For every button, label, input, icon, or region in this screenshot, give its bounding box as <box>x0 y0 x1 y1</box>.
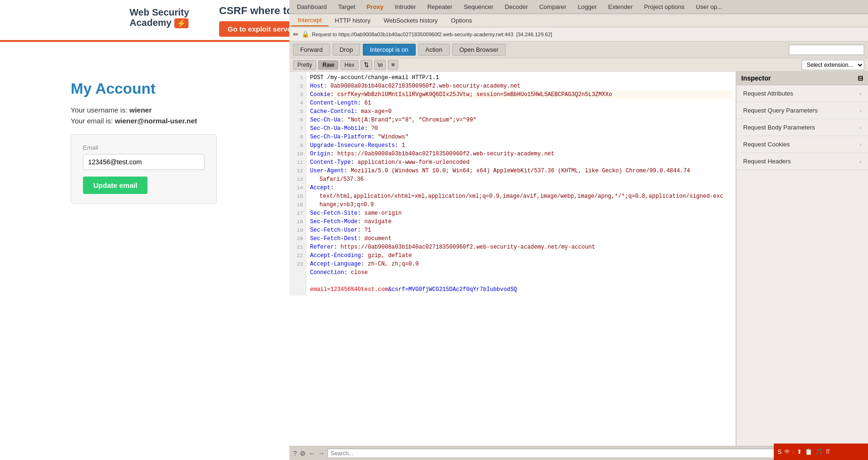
code-area: POST /my-account/change-email HTTP/1.1 H… <box>306 72 736 296</box>
email-input[interactable] <box>83 154 205 170</box>
format-row: Pretty Raw Hex ⇅ \n ≡ Select extension..… <box>289 58 868 72</box>
code-line-7: Sec-Ch-Ua-Mobile: ?0 <box>310 124 732 133</box>
email-form: Email Update email <box>71 134 217 204</box>
taskbar: S 中 · ⬆ 📋 🎵 ⠿ <box>774 444 868 460</box>
tab-comparer[interactable]: Comparer <box>533 1 572 12</box>
code-line-14: Sec-Fetch-Site: same-origin <box>310 209 732 218</box>
code-line-6: Sec-Ch-Ua: "Not(A:Brand";v="8", "Chromiu… <box>310 116 732 124</box>
hex-button[interactable]: Hex <box>340 60 359 70</box>
back-icon[interactable]: ← <box>309 450 315 457</box>
taskbar-icon-3: · <box>793 448 794 455</box>
code-line-23: email=123456%40test.com&csrf=MVG0fjWCG21… <box>310 285 732 294</box>
action-row: Forward Drop Intercept is on Action Open… <box>289 41 868 58</box>
select-extension-dropdown[interactable]: Select extension... <box>802 60 864 70</box>
inspector-title: Inspector <box>741 74 771 82</box>
inspector-panel: Inspector ⊟ Request Attributes › Request… <box>736 72 868 446</box>
wrap-icon[interactable]: ≡ <box>388 60 398 70</box>
tab-logger[interactable]: Logger <box>572 1 602 12</box>
tab-target[interactable]: Target <box>333 1 361 12</box>
tab-project-options[interactable]: Project options <box>639 1 690 12</box>
sub-nav: Intercept HTTP history WebSockets histor… <box>289 14 868 27</box>
tab-sequencer[interactable]: Sequencer <box>458 1 499 12</box>
inspector-collapse-icon[interactable]: ⊟ <box>858 74 863 82</box>
forward-nav-icon[interactable]: → <box>318 450 325 457</box>
left-page <box>0 0 290 460</box>
pretty-button[interactable]: Pretty <box>293 60 316 70</box>
subtab-http-history[interactable]: HTTP history <box>328 15 377 26</box>
burp-panel: Dashboard Target Proxy Intruder Repeater… <box>289 0 868 460</box>
taskbar-icon-5: 📋 <box>805 448 812 455</box>
search-input[interactable] <box>328 449 835 458</box>
swap-icon[interactable]: ⇅ <box>360 60 372 70</box>
url-bar: ✏ 🔒 Request to https://0ab9008a03b1b40ac… <box>289 27 868 41</box>
code-line-9: Upgrade-Insecure-Requests: 1 <box>310 141 732 150</box>
username-text: Your username is: wiener <box>71 106 217 114</box>
inspector-headers[interactable]: Request Headers › <box>737 153 868 170</box>
taskbar-icon-7: ⠿ <box>826 448 830 455</box>
code-line-10: Origin: https://0ab9008a03b1b40ac0271835… <box>310 150 732 158</box>
url-text: Request to https://0ab9008a03b1b40ac0271… <box>312 32 552 37</box>
my-account-title: My Account <box>71 80 217 97</box>
subtab-websockets-history[interactable]: WebSockets history <box>377 15 444 26</box>
lock-icon: 🔒 <box>302 31 309 38</box>
newline-icon[interactable]: \n <box>374 60 386 70</box>
code-line-13a: text/html,application/xhtml+xml,applicat… <box>310 192 732 201</box>
tab-intruder[interactable]: Intruder <box>389 1 422 12</box>
request-editor[interactable]: 12345 678910 111213 1415161718 192021222… <box>289 72 736 446</box>
forward-button[interactable]: Forward <box>293 44 330 56</box>
logo-text: Web Security Academy ⚡ <box>130 7 189 28</box>
logo-area: Web Security Academy ⚡ <box>130 7 189 28</box>
tab-dashboard[interactable]: Dashboard <box>291 1 333 12</box>
code-line-20: Accept-Language: zh-CN, zh;q=0.9 <box>310 260 732 268</box>
code-line-19: Accept-Encoding: gzip, deflate <box>310 251 732 260</box>
open-browser-button[interactable]: Open Browser <box>452 44 506 56</box>
chevron-right-icon-4: › <box>860 142 861 147</box>
code-line-12b: Safari/537.36 <box>310 175 732 184</box>
pencil-icon: ✏ <box>293 31 299 38</box>
inspector-cookies[interactable]: Request Cookies › <box>737 136 868 153</box>
code-line-15: Sec-Fetch-Mode: navigate <box>310 218 732 226</box>
intercept-toggle-button[interactable]: Intercept is on <box>363 44 416 56</box>
subtab-intercept[interactable]: Intercept <box>291 15 328 26</box>
inspector-body-params[interactable]: Request Body Parameters › <box>737 119 868 136</box>
code-line-21: Connection: close <box>310 268 732 277</box>
tab-repeater[interactable]: Repeater <box>422 1 458 12</box>
tab-proxy[interactable]: Proxy <box>361 1 389 12</box>
code-line-8: Sec-Ch-Ua-Platform: "Windows" <box>310 133 732 141</box>
orange-bar <box>0 40 290 42</box>
code-line-17: Sec-Fetch-Dest: document <box>310 234 732 243</box>
taskbar-icon-4: ⬆ <box>797 448 802 455</box>
help-icon[interactable]: ? <box>293 450 297 457</box>
inspector-query-params[interactable]: Request Query Parameters › <box>737 102 868 119</box>
settings-icon[interactable]: ⚙ <box>300 450 306 457</box>
chevron-right-icon-3: › <box>860 125 861 130</box>
code-line-22 <box>310 277 732 285</box>
logo-bolt: ⚡ <box>174 18 188 28</box>
code-line-13: Accept: <box>310 184 732 192</box>
top-search-input[interactable] <box>789 45 864 55</box>
email-text: Your email is: wiener@normal-user.net <box>71 117 217 125</box>
inspector-header: Inspector ⊟ <box>737 72 868 85</box>
code-line-18: Referer: https://0ab9008a03b1b40ac027183… <box>310 243 732 251</box>
email-form-label: Email <box>83 144 205 151</box>
code-line-16: Sec-Fetch-User: ?1 <box>310 226 732 234</box>
tab-user-options[interactable]: User op... <box>690 1 728 12</box>
inspector-request-attributes[interactable]: Request Attributes › <box>737 85 868 102</box>
drop-button[interactable]: Drop <box>333 44 360 56</box>
code-line-3: Cookie: csrfKey=WbBzhlUMntIsllRVgwK9Q6DI… <box>310 90 732 99</box>
tab-extender[interactable]: Extender <box>603 1 639 12</box>
code-line-13b: hange;v=b3;q=0.9 <box>310 201 732 209</box>
raw-button[interactable]: Raw <box>318 60 338 70</box>
tab-decoder[interactable]: Decoder <box>499 1 533 12</box>
taskbar-icon-2: 中 <box>785 448 790 455</box>
action-button[interactable]: Action <box>418 44 450 56</box>
code-line-2: Host: 0ab9008a03b1b40ac027183500960f2.we… <box>310 82 732 90</box>
my-account-section: My Account Your username is: wiener Your… <box>71 80 217 204</box>
chevron-right-icon: › <box>860 91 861 97</box>
update-email-button[interactable]: Update email <box>83 177 147 194</box>
code-line-12: User-Agent: Mozilla/5.0 (Windows NT 10.0… <box>310 167 732 175</box>
top-nav: Dashboard Target Proxy Intruder Repeater… <box>289 0 868 14</box>
main-content: 12345 678910 111213 1415161718 192021222… <box>289 72 868 446</box>
subtab-options[interactable]: Options <box>444 15 479 26</box>
line-numbers: 12345 678910 111213 1415161718 192021222… <box>289 72 306 296</box>
